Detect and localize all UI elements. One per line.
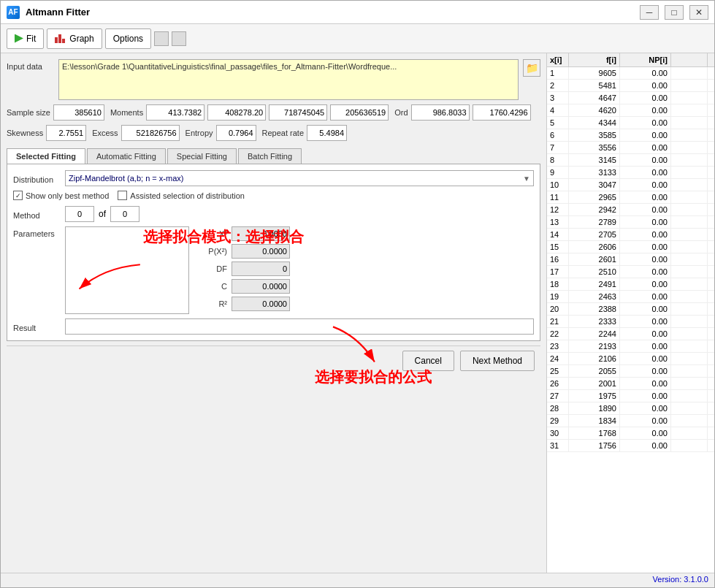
pchi2-input[interactable]: [232, 244, 290, 259]
next-method-button[interactable]: Next Method: [460, 351, 535, 371]
cancel-button[interactable]: Cancel: [402, 351, 454, 371]
cell-np: 0.00: [620, 365, 671, 377]
minimize-button[interactable]: ─: [640, 5, 659, 20]
tab-automatic-fitting[interactable]: Automatic Fitting: [87, 148, 166, 164]
toolbar-icon-2[interactable]: [172, 31, 186, 46]
fit-button[interactable]: Fit: [7, 28, 44, 49]
cell-f: 9605: [569, 67, 620, 79]
cell-extra: [671, 316, 708, 327]
chi2-input[interactable]: [232, 226, 290, 241]
close-button[interactable]: ✕: [689, 5, 708, 20]
tab-selected-fitting[interactable]: Selected Fitting: [7, 148, 85, 164]
ord-group: Ord: [394, 104, 530, 121]
cell-extra: [671, 253, 708, 265]
cell-x: 1: [547, 67, 569, 79]
graph-button[interactable]: Graph: [47, 28, 102, 49]
cell-x: 26: [547, 378, 569, 389]
table-row: 30 1768 0.00: [547, 427, 714, 440]
cell-np: 0.00: [620, 92, 671, 104]
r2-input[interactable]: [232, 297, 290, 311]
toolbar-icon-1[interactable]: [154, 31, 169, 46]
distribution-dropdown[interactable]: Zipf-Mandelbrot (a,b; n = x-max) ▼: [65, 170, 534, 186]
file-path-display: E:\lesson\Grade 1\QuantitativeLinguistic…: [58, 59, 519, 100]
cell-np: 0.00: [620, 241, 671, 253]
skewness-input[interactable]: [46, 125, 86, 141]
cell-f: 2055: [569, 365, 620, 377]
result-input[interactable]: [65, 318, 534, 335]
main-content: 选择拟合模式：选择拟合 选择要拟合的公式: [1, 53, 714, 573]
moment1-input[interactable]: [146, 104, 204, 121]
entropy-input[interactable]: [216, 125, 256, 141]
cell-x: 16: [547, 253, 569, 265]
repeat-label: Repeat rate: [262, 129, 304, 137]
distribution-row: Distribution Zipf-Mandelbrot (a,b; n = x…: [13, 170, 534, 186]
df-input[interactable]: [232, 261, 290, 276]
data-table: x[i] f[i] NP[i] 1 9605 0.00 2 5481 0.00 …: [547, 53, 714, 573]
method-total-input[interactable]: [110, 206, 139, 222]
result-label: Result: [13, 321, 61, 332]
moment4-input[interactable]: [330, 104, 389, 121]
method-label: Method: [13, 208, 61, 220]
method-value-input[interactable]: [65, 206, 94, 222]
app-icon: AF: [7, 6, 20, 19]
table-row: 6 3585 0.00: [547, 129, 714, 142]
bottom-buttons: Cancel Next Method: [7, 345, 540, 375]
cell-extra: [671, 402, 708, 414]
ord-label: Ord: [394, 108, 408, 117]
cell-x: 17: [547, 266, 569, 278]
input-data-row: Input data E:\lesson\Grade 1\Quantitativ…: [7, 59, 540, 100]
cell-f: 2193: [569, 340, 620, 352]
ord2-input[interactable]: [473, 104, 531, 121]
cell-np: 0.00: [620, 415, 671, 427]
moment2-input[interactable]: [207, 104, 266, 121]
chi2-row: X²: [198, 226, 534, 241]
ord1-input[interactable]: [411, 104, 470, 121]
cell-np: 0.00: [620, 378, 671, 389]
cell-x: 31: [547, 440, 569, 451]
repeat-input[interactable]: [307, 125, 347, 141]
cell-f: 2705: [569, 229, 620, 240]
open-folder-button[interactable]: 📁: [523, 59, 540, 77]
pchi2-row: P(X²): [198, 244, 534, 259]
show-best-checkbox[interactable]: [13, 191, 23, 200]
table-row: 15 2606 0.00: [547, 241, 714, 253]
cell-x: 7: [547, 142, 569, 153]
cell-f: 2106: [569, 353, 620, 364]
input-data-label: Input data: [7, 59, 54, 71]
cell-np: 0.00: [620, 353, 671, 364]
cell-x: 19: [547, 291, 569, 302]
cell-x: 4: [547, 104, 569, 116]
parameters-label: Parameters: [13, 226, 61, 238]
cell-extra: [671, 67, 708, 79]
window-controls: ─ □ ✕: [640, 5, 708, 20]
assisted-checkbox[interactable]: [118, 191, 127, 200]
parameters-values: X² P(X²) DF: [198, 226, 534, 314]
c-row: C: [198, 279, 534, 294]
cell-f: 3585: [569, 129, 620, 141]
table-row: 7 3556 0.00: [547, 142, 714, 154]
moment3-input[interactable]: [269, 104, 327, 121]
cell-x: 23: [547, 340, 569, 352]
excess-input[interactable]: [121, 125, 180, 141]
title-bar: AF Altmann Fitter ─ □ ✕: [1, 1, 714, 24]
cell-x: 15: [547, 241, 569, 253]
cell-f: 1768: [569, 427, 620, 439]
cell-extra: [671, 92, 708, 104]
table-body[interactable]: 1 9605 0.00 2 5481 0.00 3 4647 0.00 4 46…: [547, 67, 714, 573]
cell-extra: [671, 216, 708, 228]
maximize-button[interactable]: □: [665, 5, 684, 20]
table-row: 2 5481 0.00: [547, 80, 714, 92]
cell-f: 2606: [569, 241, 620, 253]
result-row: Result: [13, 318, 534, 335]
tab-batch-fitting[interactable]: Batch Fitting: [238, 148, 302, 164]
cell-extra: [671, 104, 708, 116]
cell-extra: [671, 179, 708, 191]
c-input[interactable]: [232, 279, 290, 294]
cell-np: 0.00: [620, 204, 671, 215]
cell-x: 29: [547, 415, 569, 427]
options-button[interactable]: Options: [105, 28, 151, 49]
tab-special-fitting[interactable]: Special Fitting: [167, 148, 237, 164]
table-row: 24 2106 0.00: [547, 353, 714, 365]
cell-f: 3556: [569, 142, 620, 153]
sample-size-input[interactable]: [53, 104, 104, 121]
